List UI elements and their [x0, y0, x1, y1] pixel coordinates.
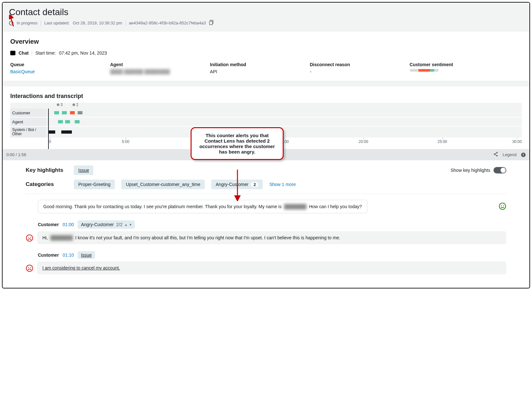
last-updated-label: Last updated:	[44, 21, 70, 25]
svg-point-9	[501, 205, 502, 206]
share-icon[interactable]	[493, 152, 498, 158]
categories-label: Categories	[26, 181, 67, 188]
frown-icon	[26, 264, 33, 271]
category-count-badge: 2	[251, 182, 258, 187]
annotation-arrow-callout	[234, 169, 241, 201]
queue-value[interactable]: BasicQueue	[10, 69, 104, 74]
timestamp[interactable]: 01:10	[63, 252, 74, 258]
disconnect-label: Disconnect reason	[310, 62, 403, 67]
svg-point-14	[26, 265, 33, 271]
transcript-bubble: Hi, ███████ I know it's not your fault, …	[37, 231, 506, 244]
svg-line-7	[494, 154, 497, 156]
start-time-label: Start time:	[35, 50, 56, 56]
playback-time: 0:00 / 1:58	[6, 152, 26, 157]
show-key-highlights-label: Show key highlights	[450, 168, 490, 173]
meta-divider	[41, 21, 41, 26]
svg-point-15	[28, 267, 29, 268]
issue-tag[interactable]: Issue	[78, 251, 95, 259]
category-pill[interactable]: Proper-Greeting	[74, 180, 115, 189]
svg-point-16	[30, 267, 31, 268]
show-key-toggle[interactable]	[493, 167, 506, 173]
chat-icon	[10, 51, 15, 55]
channel-label: Chat	[19, 50, 29, 56]
legend-label[interactable]: Legend	[503, 152, 517, 157]
svg-line-6	[494, 153, 497, 154]
timeline-row-label: Agent	[10, 118, 46, 126]
speaker-label: Customer	[38, 222, 59, 227]
svg-line-0	[10, 16, 13, 26]
svg-point-11	[26, 235, 33, 241]
info-icon[interactable]: i	[521, 153, 526, 157]
interactions-heading: Interactions and transcript	[10, 93, 522, 100]
copy-icon[interactable]	[209, 20, 214, 26]
annotation-arrow-status	[9, 15, 19, 27]
agent-track[interactable]	[46, 118, 522, 126]
start-time-value: 07:42 pm, Nov 14, 2023	[59, 50, 107, 56]
frown-icon	[26, 234, 33, 241]
interactions-panel: Interactions and transcript 3 2 Customer	[3, 86, 529, 288]
transcript-bubble: Good morning. Thank you for contacting u…	[38, 200, 367, 213]
status-text: In progress	[17, 21, 38, 25]
highlights-area: Key highlights Issue Show key highlights…	[10, 160, 522, 288]
initiation-value: API	[210, 69, 303, 74]
svg-point-12	[28, 237, 29, 238]
overview-heading: Overview	[10, 38, 522, 45]
page-header: Contact details In progress Last updated…	[3, 3, 529, 31]
smiley-icon	[499, 202, 506, 211]
customer-track[interactable]	[46, 109, 522, 117]
key-highlights-label: Key highlights	[26, 167, 67, 173]
page-title: Contact details	[9, 7, 523, 17]
system-track[interactable]	[46, 127, 522, 137]
pin-marker[interactable]	[73, 103, 75, 106]
chevron-up-icon[interactable]: ▴	[125, 223, 127, 227]
timeline-row-label: Customer	[10, 109, 46, 117]
divider	[32, 50, 32, 56]
annotation-callout: This counter alerts you that Contact Len…	[191, 127, 284, 160]
pin-marker[interactable]	[57, 103, 59, 106]
initiation-label: Initiation method	[210, 62, 303, 67]
chevron-down-icon[interactable]: ▾	[130, 223, 132, 227]
svg-point-8	[499, 203, 506, 209]
speaker-label: Customer	[38, 252, 59, 258]
overview-panel: Overview Chat Start time: 07:42 pm, Nov …	[3, 31, 529, 81]
meta-divider	[125, 21, 126, 26]
sentiment-label: Customer sentiment	[410, 62, 522, 67]
page-meta-row: In progress Last updated: Oct 28, 2019, …	[9, 20, 523, 26]
tag-navigator: Angry-Customer 2/2 ▴ ▾	[78, 220, 134, 229]
svg-point-13	[30, 237, 31, 238]
timeline-row-label: System / Bot / Other	[10, 127, 46, 137]
svg-rect-2	[210, 21, 212, 25]
svg-point-10	[503, 205, 504, 206]
pin-label: 3	[61, 102, 63, 107]
show-more-link[interactable]: Show 1 more	[269, 182, 296, 187]
timestamp[interactable]: 01:00	[63, 222, 74, 227]
agent-value: ████ ██████ ████████	[110, 69, 203, 74]
disconnect-value: -	[310, 69, 403, 74]
last-updated-value: Oct 28, 2019, 10:36:32 pm	[73, 21, 122, 25]
time-ticks: 0 5:00 10:00 15:00 20:00 25:00 30:00	[46, 139, 522, 149]
queue-label: Queue	[10, 62, 104, 67]
overview-grid: Queue BasicQueue Agent ████ ██████ █████…	[10, 62, 522, 74]
agent-label: Agent	[110, 62, 203, 67]
transcript-bubble: I am considering to cancel my account.	[37, 261, 506, 274]
issue-pill[interactable]: Issue	[74, 165, 93, 175]
sentiment-bar	[410, 69, 439, 72]
pin-label: 2	[76, 102, 79, 107]
category-pill[interactable]: Upset_Customer-customer_any_time	[121, 180, 205, 189]
contact-id: ae4349a2-958c-4f3b-b92a-852c7feba4a3	[129, 21, 206, 25]
